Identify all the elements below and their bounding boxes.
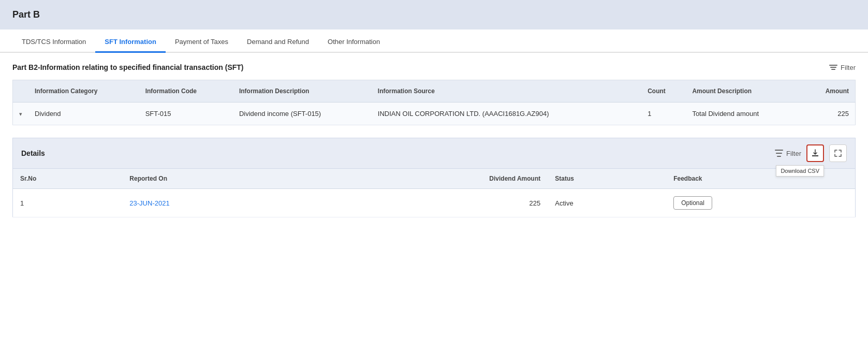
filter-label: Filter — [841, 64, 856, 71]
col-info-code: Information Code — [139, 80, 233, 103]
row-info-source: INDIAN OIL CORPORATION LTD. (AAACI1681G.… — [372, 103, 641, 125]
details-title: Details — [21, 149, 45, 157]
row-amount-description: Total Dividend amount — [686, 103, 802, 125]
col-amount: Amount — [802, 80, 856, 103]
details-table-header-row: Sr.No Reported On Dividend Amount Status… — [13, 169, 856, 189]
tab-tds-tcs[interactable]: TDS/TCS Information — [12, 30, 95, 52]
col-dividend-amount: Dividend Amount — [315, 169, 548, 189]
col-count: Count — [641, 80, 686, 103]
chevron-icon: ▾ — [19, 111, 22, 117]
optional-button[interactable]: Optional — [673, 196, 712, 210]
download-icon — [811, 149, 820, 158]
col-amount-description: Amount Description — [686, 80, 802, 103]
filter-icon — [829, 65, 837, 70]
col-srno: Sr.No — [13, 169, 123, 189]
details-filter-label: Filter — [786, 150, 801, 157]
row-chevron[interactable]: ▾ — [13, 103, 29, 125]
page-header: Part B — [0, 0, 868, 30]
tab-other-information[interactable]: Other Information — [318, 30, 389, 52]
row-info-description: Dividend income (SFT-015) — [233, 103, 372, 125]
details-header: Details Filter — [12, 138, 856, 169]
col-info-description: Information Description — [233, 80, 372, 103]
col-status: Status — [548, 169, 666, 189]
reported-on-link[interactable]: 23-JUN-2021 — [129, 199, 169, 207]
tabs-bar: TDS/TCS Information SFT Information Paym… — [0, 30, 868, 53]
row-info-code: SFT-015 — [139, 103, 233, 125]
detail-feedback: Optional — [666, 189, 855, 217]
download-csv-wrapper: Download CSV — [806, 144, 824, 162]
main-filter-button[interactable]: Filter — [829, 64, 856, 71]
col-info-category: Information Category — [28, 80, 139, 103]
detail-reported-on: 23-JUN-2021 — [122, 189, 315, 217]
detail-status: Active — [548, 189, 666, 217]
tab-payment-taxes[interactable]: Payment of Taxes — [166, 30, 238, 52]
expand-button[interactable] — [829, 144, 847, 162]
col-reported-on: Reported On — [122, 169, 315, 189]
section-title-row: Part B2-Information relating to specifie… — [12, 63, 856, 71]
col-info-source: Information Source — [372, 80, 641, 103]
row-amount: 225 — [802, 103, 856, 125]
page-title: Part B — [12, 9, 40, 20]
main-table-header-row: Information Category Information Code In… — [13, 80, 856, 103]
tab-demand-refund[interactable]: Demand and Refund — [238, 30, 318, 52]
col-chevron — [13, 80, 29, 103]
main-table: Information Category Information Code In… — [12, 80, 856, 125]
details-table-row: 1 23-JUN-2021 225 Active Optional — [13, 189, 856, 217]
detail-srno: 1 — [13, 189, 123, 217]
details-filter-button[interactable]: Filter — [775, 150, 801, 157]
col-feedback: Feedback — [666, 169, 855, 189]
tab-sft-information[interactable]: SFT Information — [95, 30, 166, 52]
main-content: Part B2-Information relating to specifie… — [0, 53, 868, 228]
detail-dividend-amount: 225 — [315, 189, 548, 217]
details-section: Details Filter — [12, 138, 856, 217]
table-row: ▾ Dividend SFT-015 Dividend income (SFT-… — [13, 103, 856, 125]
download-tooltip: Download CSV — [776, 165, 824, 177]
section-title: Part B2-Information relating to specifie… — [12, 63, 244, 71]
details-table: Sr.No Reported On Dividend Amount Status… — [12, 169, 856, 217]
download-csv-button[interactable] — [806, 144, 824, 162]
details-filter-icon — [775, 150, 783, 157]
row-count: 1 — [641, 103, 686, 125]
expand-icon — [834, 149, 842, 157]
details-actions: Filter Download CSV — [775, 144, 847, 162]
row-info-category: Dividend — [28, 103, 139, 125]
